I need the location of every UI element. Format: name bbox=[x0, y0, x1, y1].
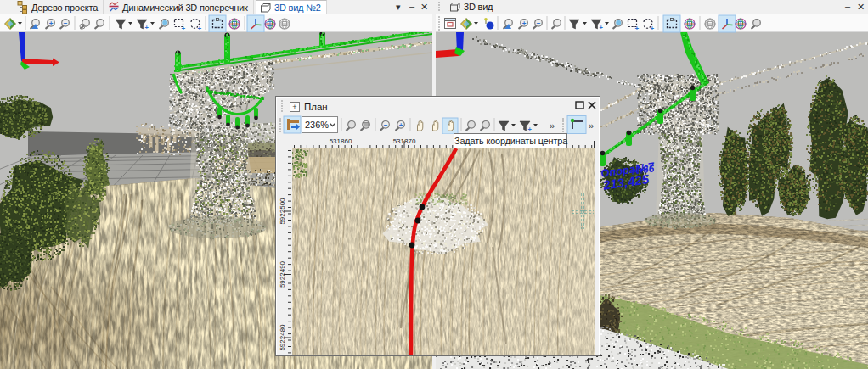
svg-text:+: + bbox=[635, 25, 640, 32]
svg-text:+: + bbox=[399, 121, 403, 129]
svg-text:+: + bbox=[651, 25, 655, 32]
svg-text:−: − bbox=[384, 121, 388, 129]
svg-text:+: + bbox=[292, 103, 296, 111]
svg-text:+: + bbox=[522, 20, 527, 27]
svg-text:5922480: 5922480 bbox=[279, 324, 286, 351]
svg-text:5922490: 5922490 bbox=[279, 260, 286, 288]
svg-text:План: План bbox=[304, 102, 328, 112]
svg-text:»: » bbox=[550, 120, 555, 131]
svg-text:+: + bbox=[600, 24, 604, 31]
svg-text:531860: 531860 bbox=[330, 137, 352, 145]
svg-text:236%: 236% bbox=[305, 120, 329, 130]
svg-text:5922500: 5922500 bbox=[279, 198, 286, 225]
svg-text:+: + bbox=[528, 126, 533, 133]
svg-text:531870: 531870 bbox=[393, 137, 416, 145]
svg-text:»: » bbox=[589, 120, 594, 131]
svg-text:−: − bbox=[537, 20, 541, 27]
